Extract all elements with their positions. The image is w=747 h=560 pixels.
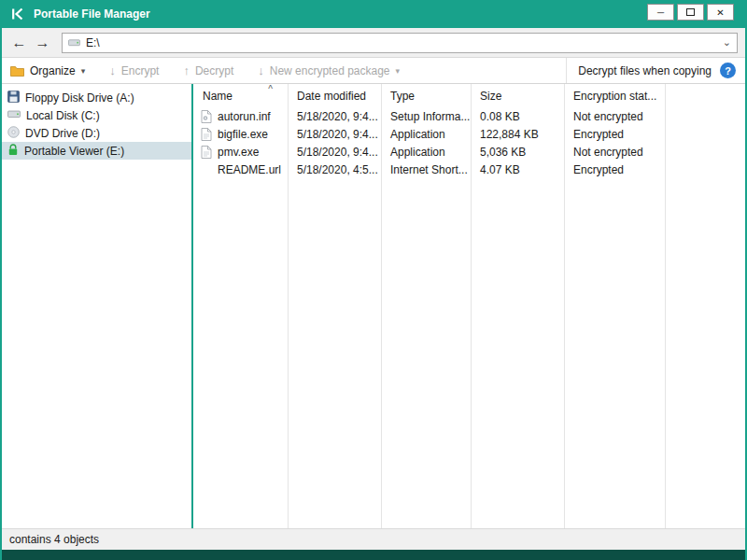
navigation-bar: ← → E:\ ⌄ [2,28,745,58]
file-list: Name ^ Date modified Type Size Encryptio… [193,84,745,528]
close-button[interactable]: ✕ [707,4,734,21]
file-name: bigfile.exe [218,128,268,141]
sidebar-item-label: DVD Drive (D:) [25,127,100,140]
column-header-label: Type [390,90,415,103]
hard-disk-icon [7,108,21,122]
column-header-label: Name [203,90,233,103]
file-size: 5,036 KB [471,146,564,159]
chevron-down-icon: ▾ [396,66,401,76]
package-arrow-icon: ↓ [258,63,264,77]
sidebar-item-dvd-drive-d[interactable]: DVD Drive (D:) [2,124,191,142]
file-name: autorun.inf [218,110,271,123]
column-separator [665,84,666,528]
address-path: E:\ [86,36,717,49]
column-header-label: Size [480,90,501,103]
table-row[interactable]: README.url 5/18/2020, 4:5... Internet Sh… [193,161,745,178]
new-encrypted-package-button[interactable]: ↓ New encrypted package ▾ [258,63,400,77]
help-button[interactable]: ? [720,63,736,78]
document-icon [201,128,212,141]
drive-icon [68,37,80,48]
main-area: Floppy Disk Drive (A:) Local Disk (C:) D… [2,84,745,528]
column-header-encryption-status[interactable]: Encryption stat... [564,84,665,107]
status-text: contains 4 objects [9,533,99,546]
toolbar-right-section: Decrypt files when copying ? [566,58,745,83]
title-bar[interactable]: Portable File Manager ─ ✕ [2,0,745,28]
column-header-date-modified[interactable]: Date modified [288,84,381,107]
forward-button[interactable]: → [33,35,52,51]
decrypt-button[interactable]: ↑ Decrypt [183,63,233,77]
sidebar-item-label: Portable Viewer (E:) [24,145,124,158]
portable-file-manager-window: Portable File Manager ─ ✕ ← → E:\ ⌄ Orga… [0,0,747,560]
maximize-icon [686,8,695,16]
maximize-button[interactable] [677,4,704,21]
document-icon [201,146,212,159]
status-bar: contains 4 objects [2,528,745,550]
decrypt-label: Decrypt [195,64,233,77]
file-type: Application [381,146,471,159]
toolbar: Organize ▾ ↓ Encrypt ↑ Decrypt ↓ New enc… [2,58,745,84]
file-name: pmv.exe [218,146,259,159]
file-size: 122,884 KB [471,128,564,141]
encrypt-button[interactable]: ↓ Encrypt [109,63,159,77]
back-button[interactable]: ← [9,35,29,51]
encrypt-label: Encrypt [121,64,160,77]
organize-button[interactable]: Organize ▾ [10,64,85,77]
sidebar-item-label: Floppy Disk Drive (A:) [25,91,134,105]
setup-file-icon [201,110,212,123]
file-list-header: Name ^ Date modified Type Size Encryptio… [193,84,745,107]
column-header-label: Date modified [297,90,366,103]
sidebar-item-local-disk-c[interactable]: Local Disk (C:) [2,106,191,124]
file-type: Internet Short... [381,163,471,176]
file-date-modified: 5/18/2020, 9:4... [288,128,381,141]
column-header-name[interactable]: Name ^ [193,84,288,107]
minimize-icon: ─ [657,7,664,18]
drive-tree: Floppy Disk Drive (A:) Local Disk (C:) D… [2,84,193,528]
file-encryption-status: Not encrypted [564,110,665,123]
column-separator [471,84,472,528]
column-separator [288,84,289,528]
column-header-type[interactable]: Type [381,84,471,107]
column-separator [381,84,382,528]
sidebar-item-label: Local Disk (C:) [26,109,100,122]
address-dropdown-chevron-icon[interactable]: ⌄ [723,36,731,49]
file-date-modified: 5/18/2020, 9:4... [288,110,381,123]
window-title: Portable File Manager [34,7,647,21]
organize-label: Organize [30,64,76,77]
file-size: 4.07 KB [471,163,564,176]
address-bar[interactable]: E:\ ⌄ [62,33,738,53]
minimize-button[interactable]: ─ [647,4,674,21]
sidebar-item-floppy-a[interactable]: Floppy Disk Drive (A:) [2,89,191,106]
file-encryption-status: Encrypted [564,128,665,141]
file-type: Setup Informa... [381,110,471,123]
sort-ascending-icon: ^ [268,84,273,94]
sidebar-item-portable-viewer-e[interactable]: Portable Viewer (E:) [2,142,191,160]
file-icon-placeholder [201,163,212,176]
kaspersky-logo-icon [11,7,25,21]
table-row[interactable]: autorun.inf 5/18/2020, 9:4... Setup Info… [193,107,745,125]
decrypt-when-copying-label: Decrypt files when copying [578,64,712,77]
help-icon: ? [725,65,731,77]
green-lock-icon [7,144,19,159]
window-bottom-border [2,550,745,560]
decrypt-arrow-icon: ↑ [183,63,190,77]
column-header-label: Encryption stat... [573,90,656,103]
file-date-modified: 5/18/2020, 9:4... [288,146,381,159]
table-row[interactable]: bigfile.exe 5/18/2020, 9:4... Applicatio… [193,125,745,143]
encrypt-arrow-icon: ↓ [109,63,116,77]
file-encryption-status: Not encrypted [564,146,665,159]
file-date-modified: 5/18/2020, 4:5... [288,163,381,176]
file-encryption-status: Encrypted [564,163,665,176]
floppy-disk-icon [7,91,20,105]
new-encrypted-package-label: New encrypted package [270,64,390,77]
file-type: Application [381,128,471,141]
chevron-down-icon: ▾ [81,66,86,76]
window-controls: ─ ✕ [647,4,734,21]
folder-icon [10,65,24,77]
table-row[interactable]: pmv.exe 5/18/2020, 9:4... Application 5,… [193,143,745,161]
file-name: README.url [218,163,281,176]
column-header-size[interactable]: Size [471,84,564,107]
close-icon: ✕ [716,7,724,18]
column-separator [564,84,565,528]
file-size: 0.08 KB [471,110,564,123]
dvd-disc-icon [7,126,20,141]
